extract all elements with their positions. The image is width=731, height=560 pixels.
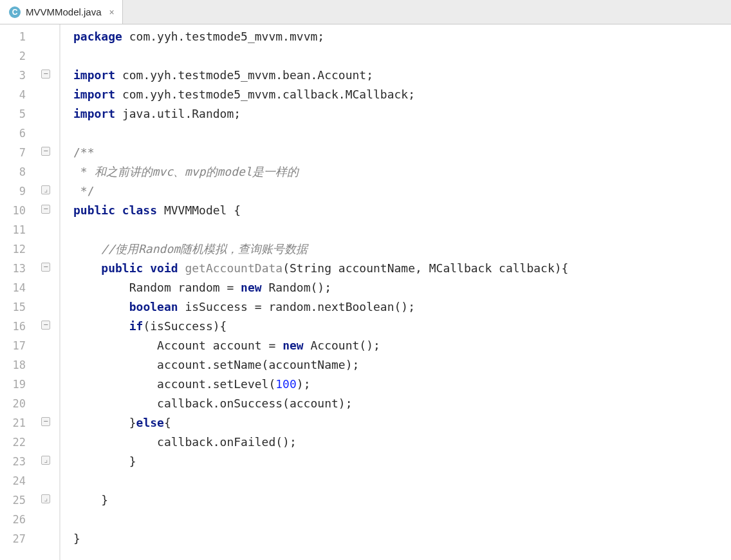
fold-row: ⌟	[37, 490, 59, 510]
fold-open-icon[interactable]: −	[41, 205, 50, 214]
code-line[interactable]: import com.yyh.testmode5_mvvm.bean.Accou…	[60, 66, 731, 85]
fold-row	[37, 124, 59, 143]
code-line[interactable]: }	[60, 452, 731, 471]
code-line[interactable]: boolean isSuccess = random.nextBoolean()…	[60, 297, 731, 317]
line-number: 12	[0, 239, 37, 259]
code-line[interactable]: }	[60, 529, 731, 548]
line-number: 11	[0, 220, 37, 239]
close-icon[interactable]: ×	[107, 7, 115, 17]
line-number: 14	[0, 278, 37, 297]
code-line[interactable]	[60, 510, 731, 529]
fold-row	[37, 239, 59, 259]
fold-mid-icon[interactable]: −	[41, 417, 50, 426]
fold-row	[37, 162, 59, 182]
fold-close-icon[interactable]: ⌟	[41, 494, 50, 503]
code-line[interactable]: import java.util.Random;	[60, 104, 731, 124]
fold-row	[37, 278, 59, 297]
line-number: 20	[0, 394, 37, 413]
line-number: 9	[0, 182, 37, 201]
code-line[interactable]	[60, 471, 731, 490]
code-line[interactable]: package com.yyh.testmode5_mvvm.mvvm;	[60, 27, 731, 46]
code-line[interactable]: Random random = new Random();	[60, 278, 731, 297]
code-line[interactable]: callback.onFailed();	[60, 433, 731, 452]
line-number: 15	[0, 297, 37, 317]
code-line[interactable]: import com.yyh.testmode5_mvvm.callback.M…	[60, 85, 731, 104]
fold-row	[37, 471, 59, 490]
fold-close-icon[interactable]: ⌟	[41, 456, 50, 465]
fold-row: −	[37, 66, 59, 85]
fold-row: ⌟	[37, 182, 59, 201]
code-line[interactable]: }else{	[60, 413, 731, 433]
fold-open-icon[interactable]: −	[41, 147, 50, 156]
line-number: 18	[0, 355, 37, 375]
code-line[interactable]: }	[60, 490, 731, 510]
tab-bar: C MVVMModel.java ×	[0, 0, 731, 24]
fold-strip: −−⌟−−−−⌟⌟	[37, 24, 60, 560]
line-number: 7	[0, 143, 37, 162]
line-number: 2	[0, 46, 37, 66]
file-tab-label: MVVMModel.java	[26, 6, 102, 17]
line-number-gutter: 1234567891011121314151617181920212223242…	[0, 24, 37, 560]
fold-row	[37, 104, 59, 124]
fold-row: ⌟	[37, 452, 59, 471]
line-number: 27	[0, 529, 37, 548]
line-number: 10	[0, 201, 37, 220]
line-number: 5	[0, 104, 37, 124]
fold-row: −	[37, 413, 59, 433]
fold-row	[37, 297, 59, 317]
code-line[interactable]: account.setLevel(100);	[60, 375, 731, 394]
fold-open-icon[interactable]: −	[41, 70, 50, 79]
line-number: 22	[0, 433, 37, 452]
code-line[interactable]: public void getAccountData(String accoun…	[60, 259, 731, 278]
code-line[interactable]: account.setName(accountName);	[60, 355, 731, 375]
code-line[interactable]: */	[60, 182, 731, 201]
fold-row: −	[37, 317, 59, 336]
code-line[interactable]: * 和之前讲的mvc、mvp的model是一样的	[60, 162, 731, 182]
fold-row	[37, 85, 59, 104]
fold-row: −	[37, 143, 59, 162]
line-number: 1	[0, 27, 37, 46]
fold-row	[37, 46, 59, 66]
line-number: 26	[0, 510, 37, 529]
fold-row	[37, 510, 59, 529]
line-number: 19	[0, 375, 37, 394]
fold-row	[37, 336, 59, 355]
code-area[interactable]: package com.yyh.testmode5_mvvm.mvvm;impo…	[60, 24, 731, 560]
file-tab-active[interactable]: C MVVMModel.java ×	[0, 0, 123, 24]
code-line[interactable]: public class MVVMModel {	[60, 201, 731, 220]
line-number: 8	[0, 162, 37, 182]
line-number: 4	[0, 85, 37, 104]
fold-row	[37, 375, 59, 394]
line-number: 6	[0, 124, 37, 143]
code-line[interactable]	[60, 46, 731, 66]
fold-close-icon[interactable]: ⌟	[41, 185, 50, 194]
fold-row	[37, 355, 59, 375]
line-number: 17	[0, 336, 37, 355]
line-number: 24	[0, 471, 37, 490]
class-file-icon: C	[9, 6, 21, 18]
code-line[interactable]: //使用Random随机模拟，查询账号数据	[60, 239, 731, 259]
fold-row: −	[37, 259, 59, 278]
code-line[interactable]: if(isSuccess){	[60, 317, 731, 336]
code-line[interactable]	[60, 220, 731, 239]
fold-row	[37, 220, 59, 239]
line-number: 21	[0, 413, 37, 433]
code-line[interactable]: Account account = new Account();	[60, 336, 731, 355]
line-number: 13	[0, 259, 37, 278]
line-number: 3	[0, 66, 37, 85]
fold-row: −	[37, 201, 59, 220]
fold-row	[37, 433, 59, 452]
code-line[interactable]	[60, 124, 731, 143]
code-line[interactable]: /**	[60, 143, 731, 162]
fold-open-icon[interactable]: −	[41, 321, 50, 330]
line-number: 23	[0, 452, 37, 471]
editor-pane: 1234567891011121314151617181920212223242…	[0, 24, 731, 560]
code-line[interactable]: callback.onSuccess(account);	[60, 394, 731, 413]
fold-row	[37, 394, 59, 413]
fold-row	[37, 27, 59, 46]
line-number: 16	[0, 317, 37, 336]
line-number: 25	[0, 490, 37, 510]
fold-open-icon[interactable]: −	[41, 263, 50, 272]
fold-row	[37, 529, 59, 548]
